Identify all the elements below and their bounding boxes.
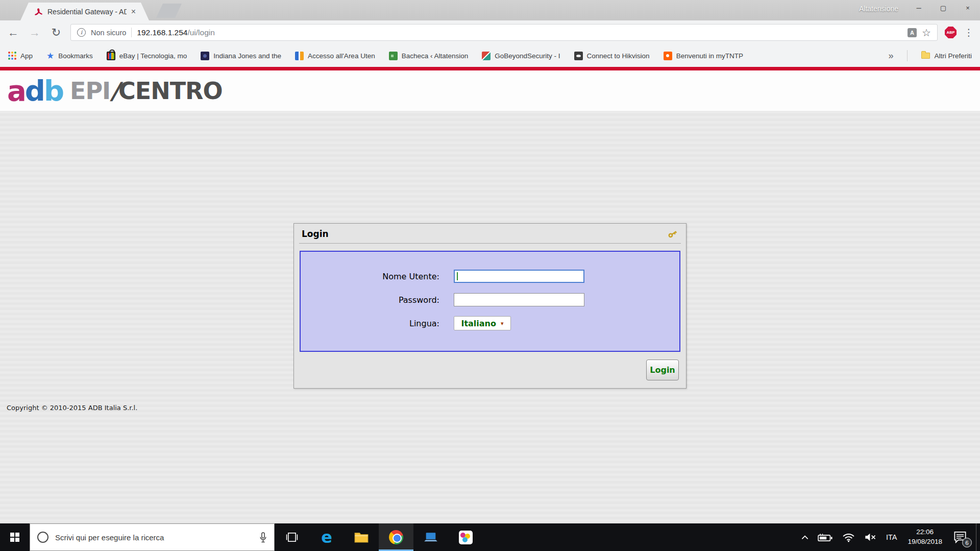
forward-icon[interactable]: → [28, 26, 42, 39]
address-bar[interactable]: i Non sicuro 192.168.1.254/ui/login A ☆ [70, 24, 938, 41]
laptop-icon [424, 532, 438, 543]
url-text[interactable]: 192.168.1.254/ui/login [137, 28, 215, 37]
username-label: Nome Utente: [301, 272, 454, 281]
screen: Residential Gateway - AD × Altatensione … [0, 0, 980, 551]
back-icon[interactable]: ← [6, 26, 20, 39]
star-icon: ★ [46, 52, 54, 60]
close-button[interactable]: × [955, 0, 980, 15]
taskbar-clock[interactable]: 22:06 19/08/2018 [901, 528, 948, 547]
chrome-taskbar-button[interactable] [379, 523, 413, 551]
bookmarks-bar: App ★ Bookmarks eBay | Tecnologia, mo In… [0, 44, 980, 67]
adblock-plus-icon[interactable]: ABP [945, 27, 957, 38]
password-row: Password: [301, 293, 679, 307]
show-desktop-button[interactable] [976, 523, 980, 551]
language-label: Lingua: [301, 319, 454, 328]
tab-title: Residential Gateway - AD [47, 8, 127, 16]
text-caret [457, 272, 458, 280]
bookmark-bacheca[interactable]: Bacheca ‹ Altatension [389, 52, 469, 60]
login-button[interactable]: Login [646, 360, 679, 380]
bookmark-star-icon[interactable]: ☆ [922, 27, 931, 39]
folder-icon [921, 53, 930, 59]
paint-app-button[interactable] [448, 523, 483, 551]
chevron-up-icon [801, 535, 808, 540]
info-icon[interactable]: i [77, 28, 86, 37]
task-view-button[interactable] [275, 523, 309, 551]
login-box: Login Nome Utente: [293, 223, 687, 389]
volume-status[interactable] [860, 523, 881, 551]
password-input[interactable] [454, 293, 584, 306]
language-select[interactable]: Italiano ▾ [454, 316, 511, 330]
bookmark-hikvision[interactable]: Connect to Hikvision [574, 52, 650, 60]
clock-date: 19/08/2018 [908, 537, 942, 547]
tab-close-icon[interactable]: × [131, 8, 136, 16]
area-utenti-icon [295, 52, 304, 60]
speaker-muted-icon [864, 533, 877, 542]
bookmark-gobeyondsecurity[interactable]: GoBeyondSecurity - I [482, 52, 560, 60]
start-button[interactable] [0, 523, 30, 551]
translate-icon[interactable]: A [908, 28, 917, 37]
taskbar: Scrivi qui per eseguire la ricerca e [0, 523, 980, 551]
system-tray: ITA 22:06 19/08/2018 6 [797, 523, 980, 551]
minimize-button[interactable]: ─ [906, 0, 931, 15]
action-center-button[interactable]: 6 [948, 523, 976, 551]
wifi-status[interactable] [838, 523, 860, 551]
login-box-header: Login [294, 224, 686, 242]
edge-icon: e [321, 528, 332, 547]
url-host: 192.168.1.254 [137, 28, 187, 37]
login-box-separator [299, 243, 681, 244]
taskbar-search[interactable]: Scrivi qui per eseguire la ricerca [30, 523, 275, 551]
clock-time: 22:06 [916, 528, 934, 537]
battery-status[interactable] [813, 523, 838, 551]
movie-icon [201, 52, 209, 60]
url-path: /ui/login [187, 28, 214, 37]
adb-logo: adb [7, 77, 63, 105]
username-input[interactable] [454, 270, 584, 283]
camera-icon [574, 52, 583, 60]
bookmark-ebay[interactable]: eBay | Tecnologia, mo [107, 52, 187, 60]
epicentro-logo: EPI/CENTRO [70, 77, 223, 105]
chevron-down-icon: ▾ [501, 320, 504, 327]
other-bookmarks-folder[interactable]: Altri Preferiti [921, 52, 972, 60]
browser-titlebar: Residential Gateway - AD × Altatensione … [0, 0, 980, 20]
password-label: Password: [301, 295, 454, 305]
language-value: Italiano [461, 319, 496, 328]
microphone-icon[interactable] [259, 532, 267, 543]
maximize-button[interactable]: ▢ [931, 0, 955, 15]
browser-toolbar: ← → ↻ i Non sicuro 192.168.1.254/ui/logi… [0, 20, 980, 44]
wifi-icon [842, 533, 855, 542]
bookmark-area-utenti[interactable]: Accesso all'Area Uten [295, 52, 375, 60]
browser-tab[interactable]: Residential Gateway - AD × [20, 3, 149, 20]
username-row: Nome Utente: [301, 269, 679, 283]
tray-expand-button[interactable] [797, 523, 813, 551]
browser-menu-icon[interactable]: ⋮ [964, 27, 974, 38]
bookmark-apps[interactable]: App [8, 52, 33, 60]
apps-grid-icon [8, 52, 16, 60]
window-controls: ─ ▢ × [906, 0, 980, 15]
file-explorer-button[interactable] [344, 523, 379, 551]
search-placeholder: Scrivi qui per eseguire la ricerca [55, 533, 253, 542]
bookmark-indiana-jones[interactable]: Indiana Jones and the [201, 52, 281, 60]
security-label: Non sicuro [91, 29, 126, 37]
palette-icon [459, 531, 473, 544]
cortana-icon [37, 532, 48, 543]
bookmarks-overflow-icon[interactable]: » [888, 51, 893, 61]
profile-name[interactable]: Altatensione [859, 5, 898, 13]
ebay-bag-icon [107, 52, 115, 60]
keyboard-language-indicator[interactable]: ITA [881, 523, 901, 551]
bookmark-mytnt[interactable]: Benvenuti in myTNTP [664, 52, 743, 60]
notification-badge: 6 [962, 538, 972, 547]
edge-taskbar-button[interactable]: e [309, 523, 344, 551]
login-box-footer: Login [294, 352, 686, 388]
language-row: Lingua: Italiano ▾ [301, 316, 679, 330]
remote-app-button[interactable] [413, 523, 448, 551]
chrome-icon [389, 530, 403, 544]
security-icon [482, 52, 491, 60]
reload-icon[interactable]: ↻ [49, 26, 63, 39]
bookmark-bookmarks[interactable]: ★ Bookmarks [46, 52, 93, 60]
tnt-icon [664, 52, 672, 60]
omnibox-divider [131, 28, 132, 37]
adb-favicon-icon [34, 7, 43, 16]
new-tab-button[interactable] [156, 4, 182, 18]
login-form-panel: Nome Utente: Password: Lingua: Italiano … [300, 251, 680, 352]
battery-charging-icon [818, 533, 833, 542]
